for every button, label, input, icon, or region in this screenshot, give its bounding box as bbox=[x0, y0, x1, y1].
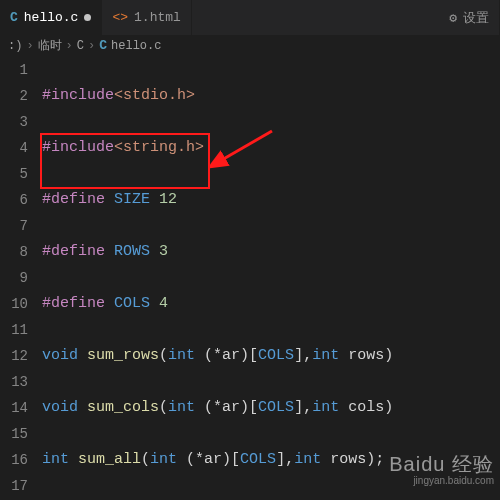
c-file-icon: C bbox=[10, 10, 18, 25]
breadcrumb-part: :) bbox=[8, 39, 22, 53]
chevron-right-icon: › bbox=[88, 39, 95, 53]
macro-name: SIZE bbox=[114, 191, 150, 208]
c-file-icon: C bbox=[99, 38, 107, 53]
type: void bbox=[42, 399, 78, 416]
code: ], bbox=[294, 347, 312, 364]
watermark-brand: Baidu 经验 bbox=[389, 453, 494, 475]
code: cols) bbox=[339, 399, 393, 416]
macro-ref: COLS bbox=[240, 451, 276, 468]
macro-name: COLS bbox=[114, 295, 150, 312]
function-name: sum_cols bbox=[87, 399, 159, 416]
directive: #define bbox=[42, 295, 105, 312]
breadcrumb[interactable]: :) › 临时 › C › C hello.c bbox=[0, 35, 500, 57]
include-path: <string.h> bbox=[114, 139, 204, 156]
breadcrumb-part: hello.c bbox=[111, 39, 161, 53]
macro-ref: COLS bbox=[258, 399, 294, 416]
code-editor[interactable]: 1234 5678 9101112 13141516 17 #include<s… bbox=[0, 57, 500, 500]
type: int bbox=[312, 399, 339, 416]
code: ], bbox=[276, 451, 294, 468]
tab-label: 设置 bbox=[463, 9, 489, 27]
include-path: <stdio.h> bbox=[114, 87, 195, 104]
code: rows); bbox=[321, 451, 384, 468]
directive: #define bbox=[42, 191, 105, 208]
type: int bbox=[168, 399, 195, 416]
type: int bbox=[42, 451, 69, 468]
macro-name: ROWS bbox=[114, 243, 150, 260]
type: int bbox=[294, 451, 321, 468]
code: rows) bbox=[339, 347, 393, 364]
code: (*ar)[ bbox=[204, 399, 258, 416]
html-file-icon: <> bbox=[112, 10, 128, 25]
line-number-gutter: 1234 5678 9101112 13141516 17 bbox=[0, 57, 42, 500]
watermark-url: jingyan.baidu.com bbox=[389, 475, 494, 486]
watermark: Baidu 经验 jingyan.baidu.com bbox=[389, 453, 494, 486]
tab-label: hello.c bbox=[24, 10, 79, 25]
function-name: sum_all bbox=[78, 451, 141, 468]
directive: #define bbox=[42, 243, 105, 260]
type: int bbox=[168, 347, 195, 364]
code: (*ar)[ bbox=[186, 451, 240, 468]
function-name: sum_rows bbox=[87, 347, 159, 364]
type: int bbox=[312, 347, 339, 364]
breadcrumb-part: C bbox=[77, 39, 84, 53]
tab-settings[interactable]: ⚙ 设置 bbox=[439, 0, 500, 35]
tab-label: 1.html bbox=[134, 10, 181, 25]
chevron-right-icon: › bbox=[26, 39, 33, 53]
directive: #include bbox=[42, 87, 114, 104]
type: void bbox=[42, 347, 78, 364]
tab-bar: C hello.c <> 1.html ⚙ 设置 bbox=[0, 0, 500, 35]
tab-1-html[interactable]: <> 1.html bbox=[102, 0, 191, 35]
number: 4 bbox=[159, 295, 168, 312]
directive: #include bbox=[42, 139, 114, 156]
number: 3 bbox=[159, 243, 168, 260]
code: (*ar)[ bbox=[204, 347, 258, 364]
type: int bbox=[150, 451, 177, 468]
tab-hello-c[interactable]: C hello.c bbox=[0, 0, 102, 35]
chevron-right-icon: › bbox=[66, 39, 73, 53]
gear-icon: ⚙ bbox=[449, 10, 457, 26]
code-content[interactable]: #include<stdio.h> #include<string.h> #de… bbox=[42, 57, 500, 500]
breadcrumb-part: 临时 bbox=[38, 37, 62, 54]
macro-ref: COLS bbox=[258, 347, 294, 364]
modified-dot-icon bbox=[84, 14, 91, 21]
number: 12 bbox=[159, 191, 177, 208]
code: ], bbox=[294, 399, 312, 416]
